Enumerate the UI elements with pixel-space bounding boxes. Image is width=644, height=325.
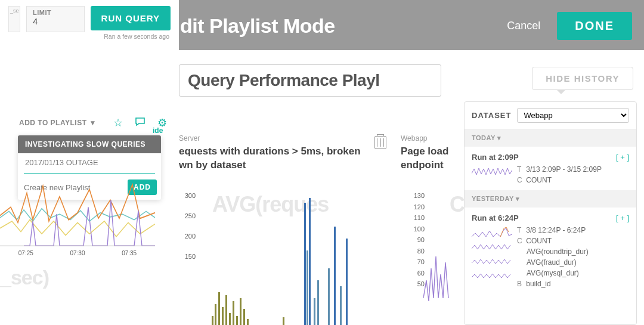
card1-server: Server [179,134,388,143]
svg-rect-3 [218,292,220,325]
playlist-title-input[interactable] [179,64,441,97]
entry-metric: AVG(fraud_dur) [517,258,589,267]
svg-rect-9 [240,298,242,325]
expand-icon[interactable]: [ + ] [616,213,629,222]
ran-ago-label: Ran a few seconds ago [104,33,171,40]
caret-down-icon: ▾ [497,134,501,141]
svg-rect-17 [306,250,308,325]
hide-history-button[interactable]: HIDE HISTORY [532,67,633,90]
watermark-c: C [450,192,465,217]
star-icon[interactable]: ☆ [111,114,125,132]
run-query-button[interactable]: RUN QUERY [91,6,171,30]
svg-rect-19 [328,268,330,325]
history-panel: DATASET Webapp TODAY ▾ Run at 2:09P [ + … [464,101,637,325]
entry-metric: AVG(mysql_dur) [517,269,589,277]
svg-rect-21 [314,298,315,325]
svg-rect-8 [236,316,238,325]
dataset-label: DATASET [472,111,511,120]
truncated-field: _se [8,6,20,32]
card2-server: Webapp [401,134,456,143]
limit-label: LIMIT [33,9,78,16]
entry-breakdown: build_id [526,280,550,288]
limit-value: 4 [33,16,78,26]
bar-chart-requests [179,179,388,325]
chart-card-requests: Server equests with durations > 5ms, bro… [179,134,388,172]
sparkline-group [472,226,512,282]
history-entry[interactable]: Run at 6:24P [ + ] T 3/8 12:24P - 6:24P … [465,208,636,294]
history-entry[interactable]: Run at 2:09P [ + ] T 3/13 2:09P - 3/15 2… [465,147,636,190]
svg-rect-2 [215,304,216,325]
svg-rect-18 [317,280,319,325]
chart-card-pageload: Webapp Page load endpoint [401,134,456,172]
limit-field[interactable]: LIMIT 4 [26,6,85,32]
entry-calc: COUNT [526,176,552,184]
run-at-label: Run at 6:24P [472,213,629,222]
mini-timeseries-chart: 07:25 07:30 07:35 [0,179,155,256]
expand-icon[interactable]: [ + ] [616,153,629,162]
svg-rect-12 [283,317,284,325]
card1-title-l2: wn by dataset [179,159,246,171]
sparkline [472,165,512,178]
svg-rect-10 [243,309,245,325]
dataset-select[interactable]: Webapp [517,108,629,123]
entry-calc: COUNT [526,237,552,245]
svg-rect-1 [212,316,213,325]
done-button[interactable]: DONE [557,12,632,40]
query-panel: _se LIMIT 4 RUN QUERY Ran a few seconds … [0,0,179,325]
card2-title-l2: endpoint [401,159,444,171]
svg-rect-7 [233,301,234,325]
yesterday-label: YESTERDAY [472,195,514,202]
svg-rect-5 [225,295,227,325]
add-to-playlist-label: ADD TO PLAYLIST [19,119,87,127]
svg-rect-20 [340,286,342,325]
cancel-button[interactable]: Cancel [507,20,540,32]
card2-title-l1: Page load [401,146,448,157]
history-yesterday-header[interactable]: YESTERDAY ▾ [465,190,636,208]
svg-rect-15 [334,227,336,325]
svg-rect-6 [229,313,231,325]
ide-label-peek: ide [153,126,163,135]
svg-rect-4 [222,307,224,325]
entry-time: 3/13 2:09P - 3/15 2:09P [526,165,602,174]
mode-title: dit Playlist Mode [180,14,335,38]
line-chart-pageload [403,191,451,325]
mini-chart-tick: 07:25 [18,250,33,256]
trash-icon[interactable] [374,136,386,149]
run-at-label: Run at 2:09P [472,153,629,162]
mini-chart-tick: 07:35 [122,250,137,256]
entry-metric: AVG(roundtrip_dur) [517,247,589,256]
history-today-header[interactable]: TODAY ▾ [465,129,636,147]
svg-rect-11 [247,319,249,325]
watermark-sec: _sec) [0,266,49,289]
svg-rect-16 [346,239,348,325]
comment-icon[interactable] [132,114,148,131]
add-to-playlist-dropdown[interactable]: ADD TO PLAYLIST ▼ [19,119,97,127]
playlist-dropdown-header: INVESTIGATING SLOW QUERIES [18,135,161,153]
caret-down-icon: ▼ [89,119,97,127]
entry-time: 3/8 12:24P - 6:24P [526,226,586,234]
today-label: TODAY [472,134,496,141]
card1-title-l1: equests with durations > 5ms, broken [179,146,361,157]
playlist-item-outage[interactable]: 2017/01/13 OUTAGE [18,153,161,172]
caret-down-icon: ▾ [516,195,520,202]
svg-rect-14 [309,198,311,325]
svg-rect-13 [304,203,306,325]
mini-chart-tick: 07:30 [70,250,85,256]
